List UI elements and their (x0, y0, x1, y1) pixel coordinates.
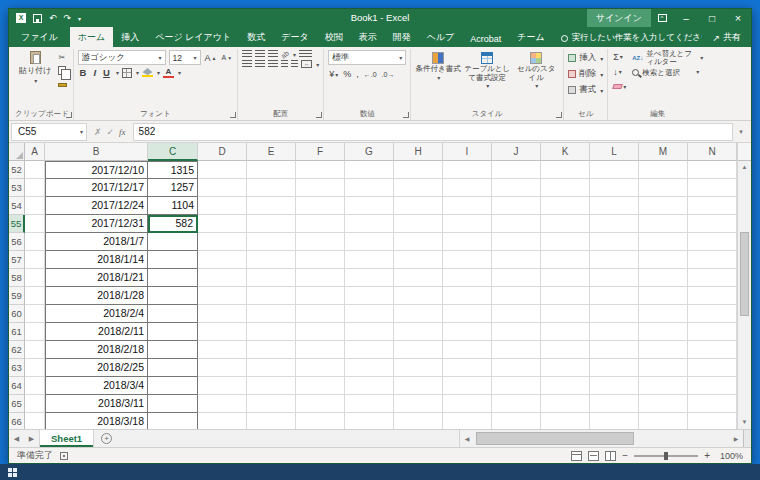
cell-K56[interactable] (541, 233, 590, 251)
font-color-options-icon[interactable]: ▾ (178, 69, 181, 76)
cell-E66[interactable] (247, 413, 296, 429)
cell-B57[interactable]: 2018/1/14 (45, 251, 148, 269)
cell-B56[interactable]: 2018/1/7 (45, 233, 148, 251)
align-right-icon[interactable] (268, 60, 278, 68)
cell-A58[interactable] (25, 269, 45, 287)
cell-J61[interactable] (492, 323, 541, 341)
cell-L60[interactable] (590, 305, 639, 323)
cell-M64[interactable] (639, 377, 688, 395)
cell-F58[interactable] (296, 269, 345, 287)
cell-L52[interactable] (590, 161, 639, 179)
cell-N65[interactable] (688, 395, 737, 413)
cell-B52[interactable]: 2017/12/10 (45, 161, 148, 179)
row-header-64[interactable]: 64 (9, 377, 25, 395)
tab-校閲[interactable]: 校閲 (317, 27, 351, 47)
percent-format-icon[interactable]: % (342, 67, 352, 81)
cell-I53[interactable] (443, 179, 492, 197)
cell-J63[interactable] (492, 359, 541, 377)
cell-E65[interactable] (247, 395, 296, 413)
cell-I63[interactable] (443, 359, 492, 377)
tab-ページ レイアウト[interactable]: ページ レイアウト (147, 27, 239, 47)
cell-C54[interactable]: 1104 (148, 197, 198, 215)
cell-K58[interactable] (541, 269, 590, 287)
cell-H60[interactable] (394, 305, 443, 323)
cell-H66[interactable] (394, 413, 443, 429)
cell-B64[interactable]: 2018/3/4 (45, 377, 148, 395)
tab-表示[interactable]: 表示 (351, 27, 385, 47)
column-header-C[interactable]: C (148, 143, 198, 161)
cell-F53[interactable] (296, 179, 345, 197)
new-sheet-icon[interactable]: + (101, 433, 112, 444)
find-select-button[interactable]: 検索と選択 ▾ (632, 69, 703, 77)
cell-A56[interactable] (25, 233, 45, 251)
cell-F61[interactable] (296, 323, 345, 341)
column-header-M[interactable]: M (639, 143, 688, 161)
row-header-60[interactable]: 60 (9, 305, 25, 323)
autosum-button[interactable]: Σ▾ (612, 50, 627, 63)
dialog-launcher-styles-icon[interactable] (556, 112, 562, 118)
cell-G54[interactable] (345, 197, 394, 215)
cell-D57[interactable] (198, 251, 247, 269)
column-header-J[interactable]: J (492, 143, 541, 161)
cell-H58[interactable] (394, 269, 443, 287)
cell-K61[interactable] (541, 323, 590, 341)
cell-K64[interactable] (541, 377, 590, 395)
align-middle-icon[interactable] (255, 50, 265, 58)
cell-L65[interactable] (590, 395, 639, 413)
cell-J56[interactable] (492, 233, 541, 251)
cell-G60[interactable] (345, 305, 394, 323)
dialog-launcher-alignment-icon[interactable] (316, 112, 322, 118)
cell-C65[interactable] (148, 395, 198, 413)
name-box[interactable]: C55 ▾ (11, 123, 87, 141)
cell-D53[interactable] (198, 179, 247, 197)
cell-A64[interactable] (25, 377, 45, 395)
fill-color-button[interactable] (142, 68, 153, 77)
vertical-scroll-thumb[interactable] (740, 232, 749, 316)
tab-Acrobat[interactable]: Acrobat (462, 30, 509, 47)
column-header-N[interactable]: N (688, 143, 737, 161)
cell-H65[interactable] (394, 395, 443, 413)
cell-M57[interactable] (639, 251, 688, 269)
row-header-66[interactable]: 66 (9, 413, 25, 429)
cell-F64[interactable] (296, 377, 345, 395)
vertical-scrollbar[interactable]: ▲ ▼ (737, 143, 751, 429)
tell-me-box[interactable]: 実行したい作業を入力してください (561, 32, 703, 47)
cell-N58[interactable] (688, 269, 737, 287)
cell-D52[interactable] (198, 161, 247, 179)
format-as-table-button[interactable]: テーブルとして書式設定 ▾ (464, 50, 510, 90)
decrease-indent-icon[interactable] (281, 60, 288, 68)
record-macro-icon[interactable] (60, 452, 68, 460)
cell-H57[interactable] (394, 251, 443, 269)
paste-button[interactable]: 貼り付け ▾ (15, 50, 55, 85)
cell-A61[interactable] (25, 323, 45, 341)
cell-D61[interactable] (198, 323, 247, 341)
cell-G66[interactable] (345, 413, 394, 429)
zoom-slider[interactable] (634, 455, 698, 457)
cell-D62[interactable] (198, 341, 247, 359)
cell-N57[interactable] (688, 251, 737, 269)
cell-D66[interactable] (198, 413, 247, 429)
cell-F65[interactable] (296, 395, 345, 413)
cell-I52[interactable] (443, 161, 492, 179)
zoom-out-icon[interactable]: − (622, 450, 628, 461)
cell-J58[interactable] (492, 269, 541, 287)
cell-L59[interactable] (590, 287, 639, 305)
cell-M56[interactable] (639, 233, 688, 251)
column-header-H[interactable]: H (394, 143, 443, 161)
cell-C55[interactable]: 582 (148, 215, 198, 233)
ribbon-display-options-button[interactable]: ^ (651, 9, 673, 27)
cell-M66[interactable] (639, 413, 688, 429)
cell-B65[interactable]: 2018/3/11 (45, 395, 148, 413)
cell-C66[interactable] (148, 413, 198, 429)
cell-N61[interactable] (688, 323, 737, 341)
cell-C52[interactable]: 1315 (148, 161, 198, 179)
tab-挿入[interactable]: 挿入 (113, 27, 147, 47)
row-header-55[interactable]: 55 (9, 215, 25, 233)
cell-G63[interactable] (345, 359, 394, 377)
cell-M62[interactable] (639, 341, 688, 359)
cell-B60[interactable]: 2018/2/4 (45, 305, 148, 323)
cell-L55[interactable] (590, 215, 639, 233)
cell-D55[interactable] (198, 215, 247, 233)
column-header-G[interactable]: G (345, 143, 394, 161)
tab-数式[interactable]: 数式 (239, 27, 273, 47)
